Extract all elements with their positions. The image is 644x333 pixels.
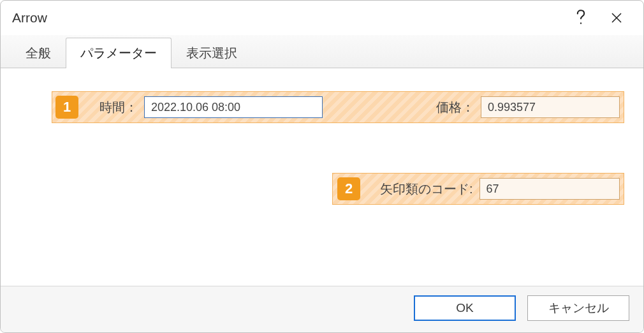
callout-badge-2: 2 [337, 177, 360, 200]
dialog-footer: OK キャンセル [1, 286, 643, 332]
dialog-window: Arrow 全般 パラメーター 表示選択 時間： 2022.10.06 08:0… [0, 0, 644, 333]
tab-parameters[interactable]: パラメーター [66, 38, 172, 68]
time-label: 時間： [99, 99, 138, 116]
time-input[interactable]: 2022.10.06 08:00 [144, 96, 323, 118]
cancel-button[interactable]: キャンセル [527, 295, 629, 321]
highlight-row-2: 矢印類のコード: 67 [332, 173, 624, 205]
close-button[interactable] [599, 5, 634, 31]
highlight-row-1: 時間： 2022.10.06 08:00 価格： 0.993577 [52, 91, 624, 123]
price-input[interactable]: 0.993577 [481, 96, 620, 118]
help-button[interactable] [563, 5, 599, 31]
arrowcode-input[interactable]: 67 [479, 178, 620, 200]
tab-display[interactable]: 表示選択 [172, 38, 252, 68]
svg-point-0 [580, 22, 582, 24]
tab-general[interactable]: 全般 [11, 38, 66, 68]
tab-bar: 全般 パラメーター 表示選択 [1, 35, 643, 68]
ok-button[interactable]: OK [414, 295, 516, 321]
arrowcode-label: 矢印類のコード: [380, 181, 473, 198]
price-label: 価格： [436, 99, 474, 116]
window-title: Arrow [12, 10, 563, 26]
tab-content: 時間： 2022.10.06 08:00 価格： 0.993577 1 矢印類の… [1, 68, 643, 286]
titlebar: Arrow [1, 1, 643, 35]
callout-badge-1: 1 [55, 96, 78, 119]
